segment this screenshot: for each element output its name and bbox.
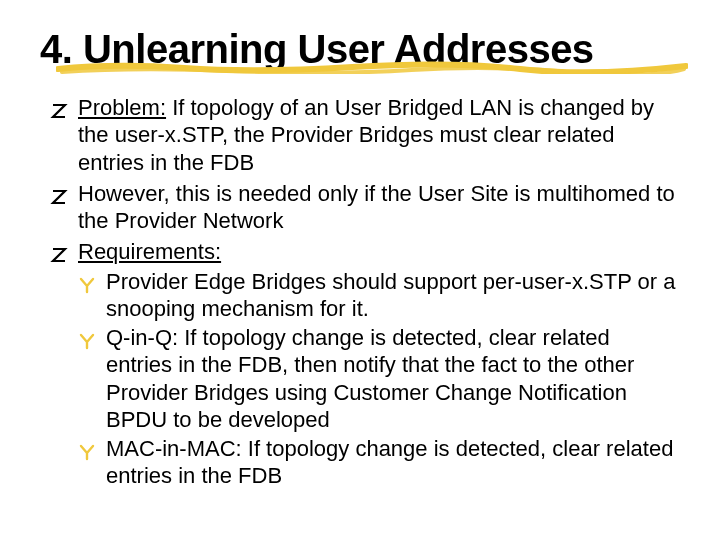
list-item: MAC-in-MAC: If topology change is detect… — [78, 435, 680, 490]
z-bullet-icon — [50, 185, 68, 203]
z-bullet-icon — [50, 99, 68, 117]
title-wrap: 4. Unlearning User Addresses — [40, 28, 680, 70]
list-item-text: Requirements: — [78, 239, 221, 264]
list-item-text: MAC-in-MAC: If topology change is detect… — [106, 436, 673, 488]
sublist: Provider Edge Bridges should support per… — [78, 268, 680, 490]
bullet-list: Problem: If topology of an User Bridged … — [50, 94, 680, 490]
slide-content: Problem: If topology of an User Bridged … — [40, 94, 680, 490]
slide-title: 4. Unlearning User Addresses — [40, 28, 680, 70]
z-bullet-icon — [50, 243, 68, 261]
list-item-text: Problem: If topology of an User Bridged … — [78, 95, 654, 175]
list-item: Problem: If topology of an User Bridged … — [50, 94, 680, 176]
slide: 4. Unlearning User Addresses Problem: If… — [0, 0, 720, 540]
list-item: Q-in-Q: If topology change is detected, … — [78, 324, 680, 433]
y-bullet-icon — [78, 273, 96, 291]
list-item-text: Provider Edge Bridges should support per… — [106, 269, 675, 321]
list-item-text: However, this is needed only if the User… — [78, 181, 675, 233]
list-item-prefix: Problem: — [78, 95, 166, 120]
y-bullet-icon — [78, 329, 96, 347]
list-item-prefix: Requirements: — [78, 239, 221, 264]
list-item: However, this is needed only if the User… — [50, 180, 680, 235]
y-bullet-icon — [78, 440, 96, 458]
list-item: Requirements: Provider Edge Bridges shou… — [50, 238, 680, 489]
list-item-text: Q-in-Q: If topology change is detected, … — [106, 325, 634, 432]
list-item: Provider Edge Bridges should support per… — [78, 268, 680, 323]
